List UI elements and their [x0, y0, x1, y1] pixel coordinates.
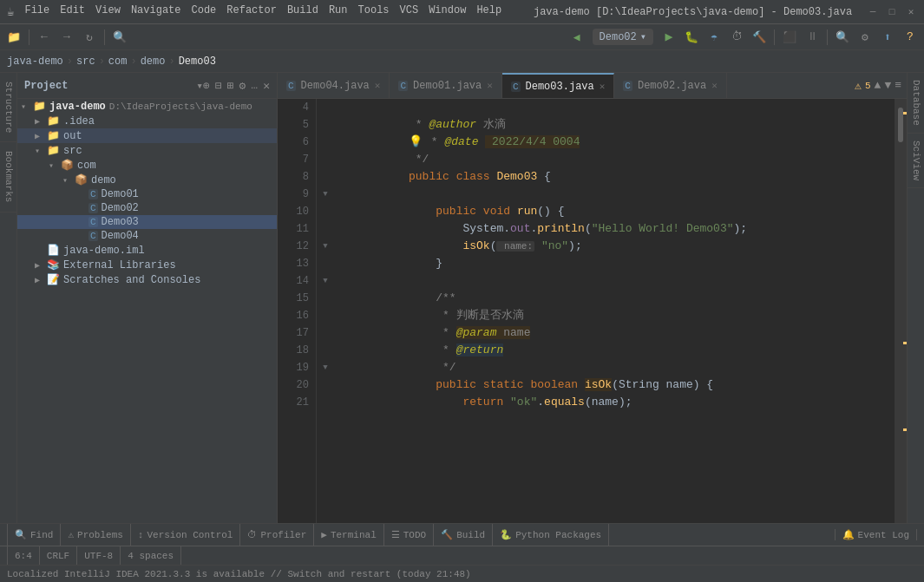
- line-number[interactable]: 9: [278, 186, 309, 203]
- breadcrumb-com[interactable]: com: [108, 56, 128, 68]
- find-button[interactable]: 🔍: [832, 27, 853, 48]
- sidebar-item-scratches[interactable]: ▶ 📝 Scratches and Consoles: [17, 272, 277, 287]
- project-toggle-button[interactable]: 📁: [3, 27, 24, 48]
- sidebar-item-iml[interactable]: 📄 java-demo.iml: [17, 243, 277, 258]
- minimize-button[interactable]: ─: [867, 6, 879, 18]
- tab-demo03[interactable]: C Demo03.java ✕: [502, 73, 614, 98]
- bookmarks-tab[interactable]: Bookmarks: [0, 142, 16, 212]
- event-log-tab[interactable]: 🔔 Event Log: [835, 529, 917, 540]
- menu-refactor[interactable]: Refactor: [226, 4, 277, 19]
- menu-bar[interactable]: ☕ File Edit View Navigate Code Refactor …: [7, 4, 501, 19]
- build-tab[interactable]: 🔨 Build: [434, 524, 493, 546]
- menu-navigate[interactable]: Navigate: [131, 4, 181, 19]
- sidebar-close-icon[interactable]: ✕: [263, 79, 270, 93]
- todo-tab[interactable]: ☰ TODO: [384, 524, 434, 546]
- sidebar-item-demo04[interactable]: C Demo04: [17, 229, 277, 243]
- menu-window[interactable]: Window: [429, 4, 466, 19]
- problems-tab[interactable]: ⚠ Problems: [61, 524, 130, 546]
- menu-build[interactable]: Build: [287, 4, 318, 19]
- tab-demo02[interactable]: C Demo02.java ✕: [614, 73, 726, 98]
- line-number[interactable]: 14: [278, 272, 309, 290]
- line-number[interactable]: 19: [278, 359, 309, 376]
- line-number[interactable]: 16: [278, 307, 309, 324]
- back-button[interactable]: ←: [34, 27, 55, 48]
- indent[interactable]: 4 spaces: [121, 546, 181, 565]
- breadcrumb-root[interactable]: java-demo: [7, 56, 63, 68]
- code-content[interactable]: * @author 水滴 💡 * @date 2022/4/4 0004 */ …: [334, 99, 895, 523]
- line-number[interactable]: 5: [278, 116, 309, 134]
- profile-button[interactable]: ⏱: [726, 27, 747, 48]
- sidebar-item-com[interactable]: ▾ 📦 com: [17, 158, 277, 173]
- line-number[interactable]: 20: [278, 376, 309, 394]
- breadcrumb-src[interactable]: src: [76, 56, 95, 68]
- coverage-button[interactable]: ☂: [704, 27, 724, 48]
- stop-button[interactable]: ⬛: [779, 27, 800, 48]
- sidebar-item-demo01[interactable]: C Demo01: [17, 187, 277, 201]
- sidebar-item-demo02[interactable]: C Demo02: [17, 201, 277, 215]
- tab-demo04[interactable]: C Demo04.java ✕: [278, 73, 390, 98]
- sidebar-item-demo03[interactable]: C Demo03: [17, 215, 277, 229]
- expand-icon[interactable]: ▲: [875, 79, 881, 92]
- search-everywhere-button[interactable]: 🔍: [109, 27, 130, 48]
- database-panel-tab[interactable]: Database: [908, 73, 924, 134]
- debug-button[interactable]: 🐛: [681, 27, 702, 48]
- sidebar-collapse-icon[interactable]: ⊟: [215, 79, 222, 93]
- settings-button[interactable]: ⚙: [855, 27, 875, 48]
- maximize-button[interactable]: □: [886, 6, 898, 18]
- line-number[interactable]: 7: [278, 151, 309, 168]
- gutter-fold[interactable]: ▼: [317, 238, 334, 255]
- gutter-fold[interactable]: ▼: [317, 359, 334, 376]
- sidebar-item-out[interactable]: ▶ 📁 out: [17, 128, 277, 143]
- back-nav-button[interactable]: ◀: [567, 27, 587, 48]
- tab-close-button[interactable]: ✕: [711, 80, 718, 91]
- tabs-more-icon[interactable]: ≡: [895, 79, 901, 92]
- line-number[interactable]: 18: [278, 342, 309, 359]
- tab-close-button[interactable]: ✕: [487, 80, 493, 91]
- editor-scrollbar[interactable]: [895, 99, 907, 523]
- line-number[interactable]: 21: [278, 394, 309, 411]
- structure-tab[interactable]: Structure: [0, 73, 16, 142]
- profiler-tab[interactable]: ⏱ Profiler: [240, 524, 314, 546]
- build-button[interactable]: 🔨: [749, 27, 770, 48]
- line-number[interactable]: 17: [278, 324, 309, 342]
- terminal-tab[interactable]: ▶ Terminal: [314, 524, 383, 546]
- menu-run[interactable]: Run: [329, 4, 348, 19]
- gutter-fold[interactable]: ▼: [317, 272, 334, 290]
- run-button[interactable]: ▶: [659, 27, 679, 48]
- version-control-tab[interactable]: ↕ Version Control: [131, 524, 241, 546]
- forward-button[interactable]: →: [56, 27, 77, 48]
- sidebar-expand-icon[interactable]: ⊞: [227, 79, 234, 93]
- line-number[interactable]: 15: [278, 290, 309, 307]
- help-button[interactable]: ?: [900, 27, 921, 48]
- close-button[interactable]: ✕: [905, 6, 917, 18]
- tab-demo01[interactable]: C Demo01.java ✕: [390, 73, 501, 98]
- run-configuration[interactable]: Demo02 ▾: [593, 29, 653, 45]
- sidebar-item-idea[interactable]: ▶ 📁 .idea: [17, 114, 277, 128]
- line-number[interactable]: 11: [278, 220, 309, 238]
- line-ending[interactable]: CRLF: [40, 546, 77, 565]
- menu-help[interactable]: Help: [476, 4, 501, 19]
- line-number[interactable]: 4: [278, 99, 309, 116]
- line-number[interactable]: 8: [278, 168, 309, 186]
- line-number[interactable]: 10: [278, 203, 309, 220]
- sciview-panel-tab[interactable]: SciView: [908, 134, 924, 188]
- pause-button[interactable]: ⏸: [802, 27, 822, 48]
- menu-code[interactable]: Code: [191, 4, 216, 19]
- breadcrumb-current[interactable]: Demo03: [179, 56, 216, 68]
- menu-vcs[interactable]: VCS: [400, 4, 419, 19]
- line-number[interactable]: 6: [278, 134, 309, 151]
- sidebar-item-root[interactable]: ▾ 📁 java-demo D:\IdeaProjects\java-demo: [17, 99, 277, 114]
- sidebar-more-icon[interactable]: …: [251, 79, 258, 93]
- find-tab[interactable]: 🔍 Find: [7, 524, 61, 546]
- run-config-dropdown-icon[interactable]: ▾: [640, 30, 646, 43]
- sidebar-item-src[interactable]: ▾ 📁 src: [17, 143, 277, 158]
- breadcrumb-demo[interactable]: demo: [141, 56, 166, 68]
- menu-file[interactable]: File: [24, 4, 49, 19]
- line-number[interactable]: 13: [278, 255, 309, 272]
- sidebar-item-external-libs[interactable]: ▶ 📚 External Libraries: [17, 258, 277, 272]
- line-number[interactable]: 12: [278, 238, 309, 255]
- sidebar-icon-dropdown[interactable]: ▾: [196, 79, 203, 93]
- tab-close-button[interactable]: ✕: [375, 80, 381, 91]
- plugin-updates-button[interactable]: ⬆: [877, 27, 898, 48]
- menu-tools[interactable]: Tools: [358, 4, 390, 19]
